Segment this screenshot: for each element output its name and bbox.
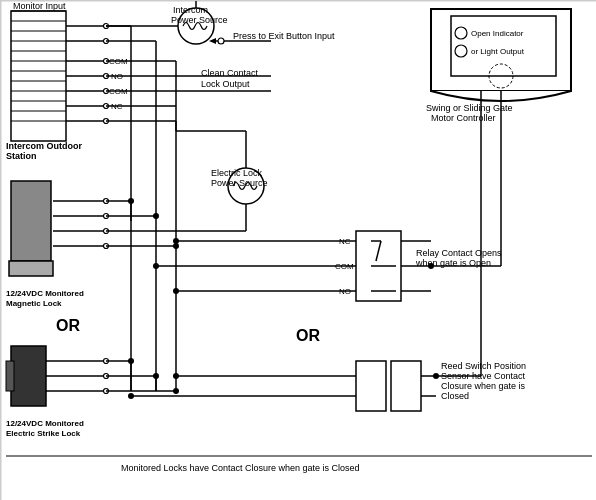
nc-label: NC [111, 102, 123, 111]
reed-switch-label4: Closed [441, 391, 469, 401]
svg-point-84 [173, 388, 179, 394]
svg-rect-106 [356, 361, 386, 411]
intercom-power-label2: Power Source [171, 15, 228, 25]
magnetic-lock-label2: Magnetic Lock [6, 299, 62, 308]
or-label: OR [56, 317, 80, 334]
press-to-exit-label: Press to Exit Button Input [233, 31, 335, 41]
reed-switch-label: Reed Switch Position [441, 361, 526, 371]
svg-point-79 [128, 198, 134, 204]
svg-point-118 [428, 263, 434, 269]
svg-point-80 [153, 213, 159, 219]
svg-rect-66 [11, 346, 46, 406]
monitor-input-label: Monitor Input [13, 1, 66, 11]
com-label: COM [109, 57, 128, 66]
svg-point-87 [455, 45, 467, 57]
svg-rect-85 [451, 16, 556, 76]
electric-lock-power-label: Electric Lock [211, 168, 263, 178]
open-indicator-label: Open Indicator [471, 29, 524, 38]
intercom-power-label: Intercom [173, 5, 208, 15]
swing-gate-label: Swing or Sliding Gate [426, 103, 513, 113]
com-label2: COM [109, 87, 128, 96]
svg-point-121 [433, 373, 439, 379]
svg-point-104 [153, 263, 159, 269]
svg-rect-107 [391, 361, 421, 411]
intercom-outdoor-label: Intercom Outdoor [6, 141, 82, 151]
svg-rect-67 [6, 361, 14, 391]
electric-lock-power-label2: Power Source [211, 178, 268, 188]
relay-contact-label: Relay Contact Opens [416, 248, 502, 258]
swing-gate-label2: Motor Controller [431, 113, 496, 123]
wiring-diagram: Monitor Input Intercom Outdoor Station I… [0, 0, 596, 500]
svg-point-86 [455, 27, 467, 39]
light-output-label: or Light Output [471, 47, 525, 56]
svg-point-83 [153, 373, 159, 379]
clean-contact-label2: Lock Output [201, 79, 250, 89]
reed-switch-label3: Closure when gate is [441, 381, 526, 391]
svg-point-33 [218, 38, 224, 44]
electric-strike-label: 12/24VDC Monitored [6, 419, 84, 428]
svg-rect-52 [9, 261, 53, 276]
svg-point-103 [173, 238, 179, 244]
svg-rect-51 [11, 181, 51, 261]
svg-point-115 [128, 393, 134, 399]
or-middle-label: OR [296, 327, 320, 344]
svg-point-82 [128, 358, 134, 364]
no-label: NO [111, 72, 123, 81]
monitored-locks-label: Monitored Locks have Contact Closure whe… [121, 463, 360, 473]
magnetic-lock-label: 12/24VDC Monitored [6, 289, 84, 298]
svg-point-105 [173, 288, 179, 294]
electric-strike-label2: Electric Strike Lock [6, 429, 81, 438]
svg-point-114 [173, 373, 179, 379]
intercom-outdoor-label2: Station [6, 151, 37, 161]
